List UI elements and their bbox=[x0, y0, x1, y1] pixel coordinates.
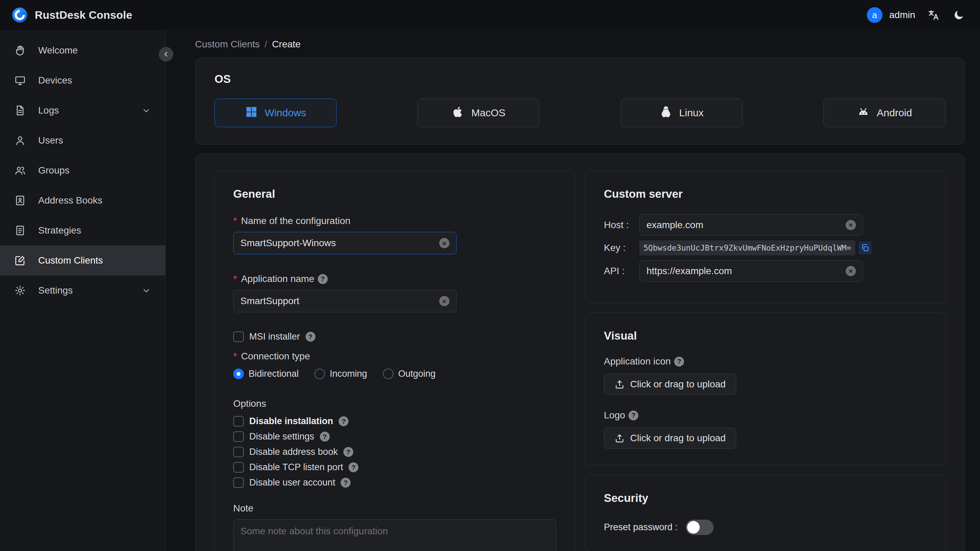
sidebar-item-address-books[interactable]: Address Books bbox=[0, 185, 165, 215]
option-disable-settings: Disable settings ? bbox=[233, 431, 556, 442]
apple-icon bbox=[452, 105, 465, 121]
help-icon[interactable]: ? bbox=[340, 478, 350, 487]
radio-incoming[interactable]: Incoming bbox=[314, 369, 367, 379]
help-icon[interactable]: ? bbox=[339, 416, 348, 426]
username[interactable]: admin bbox=[889, 10, 915, 21]
host-label: Host : bbox=[604, 220, 640, 231]
connection-type-options: Bidirectional Incoming Outgoing bbox=[233, 369, 556, 379]
breadcrumb-parent[interactable]: Custom Clients bbox=[195, 39, 260, 50]
logo-label: Logo ? bbox=[604, 410, 927, 421]
sidebar-label: Users bbox=[38, 135, 63, 146]
name-input[interactable] bbox=[240, 238, 434, 248]
chevron-down-icon bbox=[142, 106, 151, 115]
note-label: Note bbox=[233, 503, 556, 514]
wave-hand-icon bbox=[14, 45, 26, 56]
sidebar-label: Logs bbox=[38, 105, 59, 116]
help-icon[interactable]: ? bbox=[318, 274, 328, 284]
os-button-label: Linux bbox=[679, 107, 704, 119]
os-button-label: Android bbox=[877, 107, 912, 119]
os-button-label: MacOS bbox=[471, 107, 505, 119]
os-button-windows[interactable]: Windows bbox=[215, 99, 337, 127]
disable-settings-checkbox[interactable] bbox=[233, 431, 244, 442]
shell: Welcome Devices Logs Users bbox=[0, 30, 980, 551]
visual-card: Visual Application icon ? Click or drag … bbox=[585, 313, 946, 465]
disable-installation-checkbox[interactable] bbox=[233, 416, 244, 427]
sidebar-label: Address Books bbox=[38, 195, 102, 206]
help-icon[interactable]: ? bbox=[628, 411, 638, 420]
sidebar-item-groups[interactable]: Groups bbox=[0, 156, 165, 185]
custom-server-title: Custom server bbox=[604, 188, 927, 201]
windows-icon bbox=[245, 105, 258, 121]
msi-installer-checkbox[interactable] bbox=[233, 331, 244, 342]
upload-label: Click or drag to upload bbox=[630, 433, 725, 444]
radio-icon[interactable] bbox=[383, 369, 393, 379]
preset-password-label: Preset password : bbox=[604, 522, 678, 533]
chevron-down-icon bbox=[142, 286, 151, 295]
sidebar-label: Settings bbox=[38, 285, 73, 296]
file-icon bbox=[14, 105, 26, 116]
required-marker: * bbox=[233, 274, 237, 284]
clear-icon[interactable]: × bbox=[439, 296, 449, 306]
clear-icon[interactable]: × bbox=[846, 266, 856, 276]
android-icon bbox=[857, 105, 870, 121]
sidebar-label: Devices bbox=[38, 75, 72, 86]
sidebar-item-strategies[interactable]: Strategies bbox=[0, 215, 165, 245]
left-column: General * Name of the configuration × * … bbox=[214, 171, 575, 551]
copy-icon[interactable] bbox=[859, 241, 872, 254]
upload-label: Click or drag to upload bbox=[630, 379, 725, 390]
radio-selected-icon[interactable] bbox=[233, 369, 244, 379]
language-icon[interactable] bbox=[927, 8, 940, 22]
user-icon bbox=[14, 135, 26, 146]
os-title: OS bbox=[215, 73, 945, 86]
help-icon[interactable]: ? bbox=[674, 357, 684, 366]
preset-password-toggle[interactable] bbox=[686, 520, 714, 535]
radio-icon[interactable] bbox=[314, 369, 325, 379]
sidebar-item-devices[interactable]: Devices bbox=[0, 65, 165, 96]
app-name-label: * Application name ? bbox=[233, 274, 556, 284]
help-icon[interactable]: ? bbox=[305, 332, 315, 342]
clear-icon[interactable]: × bbox=[439, 238, 449, 248]
disable-address-book-checkbox[interactable] bbox=[233, 447, 244, 457]
help-icon[interactable]: ? bbox=[344, 447, 353, 457]
dark-mode-icon[interactable] bbox=[952, 8, 966, 22]
logo-upload-button[interactable]: Click or drag to upload bbox=[604, 428, 736, 449]
sidebar-label: Welcome bbox=[38, 45, 78, 56]
disable-tcp-listen-port-checkbox[interactable] bbox=[233, 462, 244, 473]
radio-outgoing[interactable]: Outgoing bbox=[383, 369, 436, 379]
user-avatar[interactable]: a bbox=[867, 7, 883, 23]
help-icon[interactable]: ? bbox=[320, 432, 330, 441]
help-icon[interactable]: ? bbox=[348, 462, 358, 472]
strategy-list-icon bbox=[14, 225, 26, 236]
app-icon-upload-button[interactable]: Click or drag to upload bbox=[604, 374, 736, 395]
host-input[interactable] bbox=[646, 220, 841, 231]
os-button-linux[interactable]: Linux bbox=[620, 99, 743, 127]
options-heading: Options bbox=[233, 398, 556, 409]
general-title: General bbox=[233, 188, 556, 201]
app-name-input-wrap: × bbox=[233, 290, 457, 312]
clear-icon[interactable]: × bbox=[846, 220, 856, 230]
breadcrumb-separator: / bbox=[265, 39, 267, 50]
breadcrumb: Custom Clients / Create bbox=[195, 39, 965, 50]
option-disable-installation: Disable installation ? bbox=[233, 416, 556, 427]
visual-title: Visual bbox=[604, 330, 927, 342]
gear-icon bbox=[14, 285, 26, 296]
sidebar-item-users[interactable]: Users bbox=[0, 126, 165, 156]
sidebar-item-settings[interactable]: Settings bbox=[0, 276, 165, 306]
api-input[interactable] bbox=[646, 266, 841, 277]
required-marker: * bbox=[233, 215, 237, 226]
sidebar-collapse-button[interactable] bbox=[159, 47, 173, 61]
os-button-android[interactable]: Android bbox=[824, 99, 945, 127]
custom-server-card: Custom server Host : × Key : 5Qbwsde3unU… bbox=[585, 171, 946, 303]
sidebar-item-custom-clients[interactable]: Custom Clients bbox=[0, 245, 165, 276]
security-card: Security Preset password : bbox=[585, 475, 946, 551]
radio-bidirectional[interactable]: Bidirectional bbox=[233, 369, 299, 379]
sidebar-item-welcome[interactable]: Welcome bbox=[0, 35, 165, 65]
key-value-box: 5Qbwsde3unUcJBtrx9ZkvUmwFNoExHzpryHuPUdq… bbox=[640, 240, 872, 255]
sidebar-label: Strategies bbox=[38, 225, 81, 236]
note-textarea[interactable] bbox=[233, 519, 556, 551]
app-name-input[interactable] bbox=[240, 296, 434, 307]
disable-user-account-checkbox[interactable] bbox=[233, 477, 244, 488]
sidebar-item-logs[interactable]: Logs bbox=[0, 96, 165, 126]
os-button-macos[interactable]: MacOS bbox=[417, 99, 539, 127]
key-value: 5Qbwsde3unUcJBtrx9ZkvUmwFNoExHzpryHuPUdq… bbox=[640, 240, 855, 255]
